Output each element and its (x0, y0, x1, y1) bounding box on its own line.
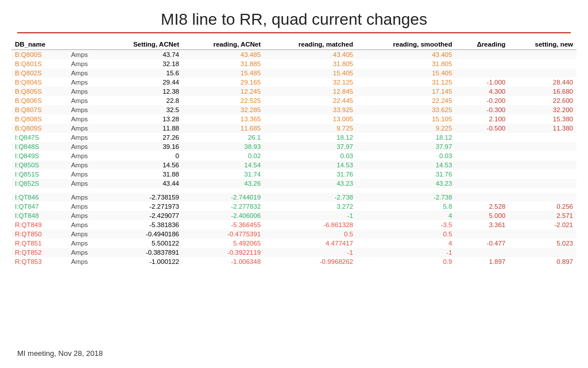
page-title: MI8 line to RR, quad current changes (0, 0, 588, 32)
cell-matched: -6.861328 (264, 220, 357, 229)
cell-setting: 32.18 (103, 59, 183, 68)
cell-dbname: B:Q805S (11, 87, 68, 96)
table-row: B:Q801SAmps32.1831.88531.80531.805 (11, 59, 577, 68)
cell-new (509, 160, 577, 170)
cell-smoothed: 31.76 (357, 170, 455, 179)
cell-setting: -0.3837891 (103, 248, 183, 257)
cell-reading: -5.366455 (183, 220, 264, 229)
cell-smoothed: -2.738 (357, 193, 455, 202)
cell-setting: 14.56 (103, 160, 183, 170)
cell-setting: -0.4940186 (103, 229, 183, 239)
cell-new (509, 68, 577, 78)
cell-new (509, 229, 577, 239)
cell-matched: 13.005 (264, 114, 357, 124)
cell-new (509, 193, 577, 202)
cell-reading: 31.74 (183, 170, 264, 179)
cell-setting: -2.738159 (103, 193, 183, 202)
cell-unit: Amps (68, 124, 103, 133)
table-row: B:Q806SAmps22.822.52522.44522.245-0.2002… (11, 96, 577, 105)
cell-unit: Amps (68, 229, 103, 239)
cell-reading: -0.3922119 (183, 248, 264, 257)
cell-matched: 12.845 (264, 87, 357, 96)
cell-new (509, 170, 577, 179)
cell-delta: 5.000 (455, 211, 509, 220)
cell-unit: Amps (68, 160, 103, 170)
cell-matched: -0.9968262 (264, 257, 357, 266)
cell-matched: 4.477417 (264, 239, 357, 248)
cell-setting: 39.16 (103, 142, 183, 151)
cell-delta (455, 170, 509, 179)
cell-new (509, 142, 577, 151)
table-row: R:QT851Amps5.5001225.4920654.4774174-0.4… (11, 239, 577, 248)
cell-dbname: B:Q809S (11, 124, 68, 133)
cell-reading: 5.492065 (183, 239, 264, 248)
cell-delta: -0.500 (455, 124, 509, 133)
cell-unit: Amps (68, 105, 103, 114)
cell-unit: Amps (68, 133, 103, 142)
col-header-setting: Setting, ACNet (103, 39, 183, 50)
cell-matched: -1 (264, 211, 357, 220)
cell-new: 0.897 (509, 257, 577, 266)
cell-matched: 0.03 (264, 151, 357, 160)
cell-delta: 2.100 (455, 114, 509, 124)
cell-smoothed: 4 (357, 211, 455, 220)
cell-unit: Amps (68, 78, 103, 87)
cell-dbname: B:Q804S (11, 78, 68, 87)
table-row: I:QT846Amps-2.738159-2.744019-2.738-2.73… (11, 193, 577, 202)
cell-unit: Amps (68, 50, 103, 60)
cell-delta: 2.528 (455, 202, 509, 211)
cell-matched: 0.5 (264, 229, 357, 239)
cell-setting: -2.429077 (103, 211, 183, 220)
cell-reading: 13.365 (183, 114, 264, 124)
col-header-delta: Δreading (455, 39, 509, 50)
cell-matched: -1 (264, 248, 357, 257)
cell-delta: -1.000 (455, 78, 509, 87)
col-header-matched: reading, matched (264, 39, 357, 50)
cell-reading: 14.54 (183, 160, 264, 170)
cell-new: 11.380 (509, 124, 577, 133)
table-row: I:Q851SAmps31.8831.7431.7631.76 (11, 170, 577, 179)
cell-reading: 43.26 (183, 179, 264, 188)
table-container: DB_name Setting, ACNet reading, ACNet re… (0, 39, 588, 266)
cell-setting: 43.74 (103, 50, 183, 60)
table-row: I:Q852SAmps43.4443.2643.2343.23 (11, 179, 577, 188)
cell-new: 28.440 (509, 78, 577, 87)
cell-unit: Amps (68, 202, 103, 211)
cell-matched: 14.53 (264, 160, 357, 170)
cell-unit: Amps (68, 257, 103, 266)
cell-dbname: R:QT849 (11, 220, 68, 229)
data-table: DB_name Setting, ACNet reading, ACNet re… (11, 39, 577, 266)
cell-smoothed: 31.805 (357, 59, 455, 68)
cell-dbname: R:QT852 (11, 248, 68, 257)
cell-reading: 38.93 (183, 142, 264, 151)
cell-new: 15.380 (509, 114, 577, 124)
cell-smoothed: 0.5 (357, 229, 455, 239)
cell-dbname: B:Q806S (11, 96, 68, 105)
cell-dbname: I:QT848 (11, 211, 68, 220)
cell-reading: -2.744019 (183, 193, 264, 202)
cell-new (509, 133, 577, 142)
table-row: I:Q849SAmps00.020.030.03 (11, 151, 577, 160)
cell-smoothed: 5.8 (357, 202, 455, 211)
cell-reading: -2.406006 (183, 211, 264, 220)
col-header-smoothed: reading, smoothed (357, 39, 455, 50)
cell-reading: -2.277832 (183, 202, 264, 211)
cell-smoothed: 18.12 (357, 133, 455, 142)
cell-dbname: I:QT847 (11, 202, 68, 211)
cell-setting: 12.38 (103, 87, 183, 96)
cell-dbname: B:Q800S (11, 50, 68, 60)
cell-reading: 12.245 (183, 87, 264, 96)
cell-smoothed: 0.03 (357, 151, 455, 160)
cell-reading: 29.165 (183, 78, 264, 87)
table-row: R:QT853Amps-1.000122-1.006348-0.99682620… (11, 257, 577, 266)
cell-smoothed: 31.125 (357, 78, 455, 87)
cell-dbname: R:QT850 (11, 229, 68, 239)
cell-delta: -0.300 (455, 105, 509, 114)
cell-new: 2.571 (509, 211, 577, 220)
cell-setting: 0 (103, 151, 183, 160)
cell-dbname: I:Q848S (11, 142, 68, 151)
cell-dbname: I:QT846 (11, 193, 68, 202)
cell-reading: 15.485 (183, 68, 264, 78)
cell-smoothed: 22.245 (357, 96, 455, 105)
table-row: B:Q802SAmps15.615.48515.40515.405 (11, 68, 577, 78)
